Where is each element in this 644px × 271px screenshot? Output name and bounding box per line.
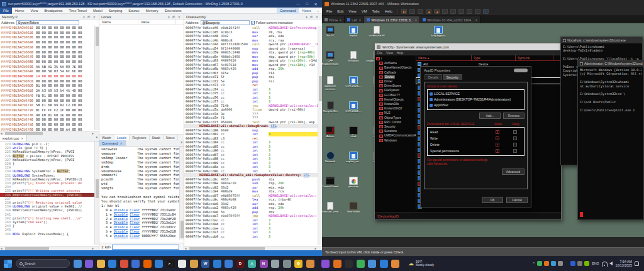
terminal-icon[interactable]: >_ (167, 260, 175, 268)
tab-stack[interactable]: Stack (150, 135, 164, 140)
vmware-menu-help[interactable]: Help (383, 9, 394, 13)
disasm-vscrollbar[interactable] (318, 26, 322, 245)
panel-caret-icon[interactable]: ▾ (96, 135, 99, 141)
wifi-icon[interactable] (601, 262, 607, 266)
desktop-icon-this-pc[interactable]: This PC (322, 26, 341, 38)
appid-properties-dialog[interactable]: AppID Properties DetailsSecurity Group o… (420, 66, 531, 207)
memory-address-input[interactable] (16, 20, 79, 25)
language-indicator[interactable]: ENG (592, 262, 599, 265)
allow-checkbox[interactable] (496, 130, 499, 134)
dialog-titlebar[interactable]: AppID Properties (421, 67, 531, 74)
close-button[interactable]: ✕ (311, 2, 320, 6)
desktop-icon-cff-explorersuite[interactable]: CFF ExplorerSuite (322, 51, 341, 66)
tab-notes[interactable]: Notes (164, 135, 178, 140)
tray-green-icon[interactable] (537, 261, 542, 266)
desktop-icon-applocker-services[interactable]: applocker services (322, 76, 341, 91)
group-entry[interactable]: Administrators (DESKTOP-7M2S1R4\Administ… (428, 97, 524, 102)
desktop-icon-procexp[interactable]: procexp (343, 177, 364, 189)
locals-column-name[interactable]: Name (99, 19, 138, 25)
ribbon-tab-extensions[interactable]: Extensions (162, 8, 185, 14)
desktop-icon-new-folder[interactable]: New folder (343, 202, 364, 214)
thumbnail-bar-toggle-button[interactable] (458, 9, 464, 14)
library-toggle-button[interactable] (450, 9, 456, 14)
tree-item-sessions[interactable]: Sessions (375, 129, 416, 133)
desktop-icon-admin[interactable]: Admin (322, 126, 341, 138)
tree-item-device[interactable]: Device (375, 75, 416, 79)
terminal-titlebar[interactable]: Administrator: C:\Windows\system32\cmd.e… (578, 60, 643, 67)
desktop-icon-network[interactable]: Network (322, 152, 341, 163)
disable-link[interactable]: Disable (114, 221, 128, 224)
tree-item-kernelobjects[interactable]: KernelObjects (375, 97, 416, 102)
snip-icon[interactable] (190, 260, 198, 268)
windbg-titlebar[interactable]: net:port=50000,key=*****,target=192.168.… (0, 0, 322, 8)
tab-command[interactable]: Command ✕ (99, 140, 126, 146)
desktop-icon-windows[interactable]: Windows (343, 51, 364, 63)
desktop-icon-exploit-no-[interactable]: exploit_no... (343, 152, 364, 163)
calculator-icon[interactable] (368, 260, 376, 268)
panel-float-icon[interactable]: 🗗 (86, 15, 92, 19)
ribbon-tab-file[interactable]: File (0, 8, 12, 14)
vmware-menu-file[interactable]: File (325, 9, 334, 13)
tree-item-global[interactable]: GLOBAL?? (375, 93, 416, 97)
clear-link[interactable]: Clear (130, 213, 140, 216)
tree-item-basenamedobjects[interactable]: BaseNamedObjects (375, 65, 416, 70)
close-tab-icon[interactable]: ✕ (414, 18, 417, 22)
tab-watch[interactable]: Watch (99, 135, 114, 140)
winobj-menu-help[interactable]: Help (397, 51, 403, 55)
breakpoint-gutter[interactable] (0, 232, 4, 236)
tray-chevron-icon[interactable]: ^ (533, 262, 535, 265)
panel-float-icon[interactable]: 🗗 (309, 15, 314, 19)
snapshot-revert-button[interactable] (434, 9, 440, 14)
minimize-button[interactable]: — (294, 2, 303, 6)
tree-item-callback[interactable]: Callback (375, 70, 416, 75)
deny-checkbox[interactable] (513, 143, 517, 147)
close-tab-icon[interactable]: ✕ (475, 18, 477, 22)
unity-button[interactable] (475, 9, 480, 14)
allow-checkbox[interactable] (496, 149, 499, 153)
snapshot-manager-button[interactable] (442, 9, 448, 14)
clear-link[interactable]: Clear (130, 225, 140, 229)
send-ctrl-alt-del-button[interactable] (418, 9, 423, 14)
tray-monitor-icon[interactable] (577, 261, 582, 266)
tab-registers[interactable]: Registers (130, 135, 149, 140)
panel-caret-icon[interactable]: ▾ (180, 140, 184, 146)
ribbon-tab-time-travel[interactable]: Time Travel (65, 8, 90, 14)
ribbon-collapse-icon[interactable]: ⌄ (314, 9, 322, 13)
ribbon-tab-home[interactable]: Home (12, 8, 28, 14)
ribbon-tab-breakpoints[interactable]: Breakpoints (41, 8, 65, 14)
disasm-address-input[interactable] (201, 20, 250, 25)
exploit-terminal-window[interactable]: Administrator: C:\Windows\system32\cmd.e… (577, 60, 644, 220)
tray-orange-icon[interactable] (544, 261, 549, 266)
tree-item-driver[interactable]: Driver (375, 79, 416, 84)
disable-link[interactable]: Disable (114, 213, 128, 216)
notification-bell-icon[interactable] (635, 261, 639, 266)
disable-link[interactable]: Disable (114, 225, 128, 229)
close-tab-icon[interactable]: ✕ (21, 136, 23, 140)
notepad-icon[interactable] (178, 260, 186, 268)
ribbon-tab-notes[interactable]: Notes (299, 8, 314, 14)
deny-checkbox[interactable] (513, 130, 517, 134)
firefox-icon[interactable] (143, 260, 152, 268)
panel-close-icon[interactable]: ✕ (92, 15, 97, 19)
start-button[interactable] (4, 260, 12, 268)
follow-current-checkbox[interactable]: ✓ (251, 21, 255, 25)
weather-widget[interactable]: ☁ 56°F Mostly cloudy (408, 260, 434, 267)
tree-item-filesystem[interactable]: FileSystem (375, 88, 416, 92)
vm-tab-windows-10-x64-v22h2-1904-[interactable]: Windows 10 x64_v22h2 1904...✕ (420, 16, 480, 23)
vmware-menu-tabs[interactable]: Tabs (370, 9, 382, 13)
command-input[interactable] (112, 245, 179, 250)
davinci-icon[interactable]: D (236, 260, 245, 268)
chat-icon[interactable] (85, 260, 93, 268)
vmware-titlebar[interactable]: Windows 11 23h2 22631.3007 x64 - VMware … (322, 0, 644, 8)
settings-gear-icon[interactable]: ⚙ (294, 260, 303, 268)
cfg-link[interactable]: CFG (304, 173, 309, 177)
tray-blue-icon[interactable] (551, 261, 556, 266)
panel-close-icon[interactable]: ✕ (177, 15, 182, 19)
tab-locals[interactable]: Locals (114, 135, 130, 140)
green-app-icon[interactable] (357, 260, 365, 268)
word-icon[interactable]: W (201, 260, 209, 268)
disable-link[interactable]: Disable (114, 234, 128, 238)
vm-guest-screen[interactable]: This PCCFF ExplorerSuiteapplocker servic… (322, 23, 644, 237)
vm-tab-home[interactable]: Home✕ (322, 16, 345, 23)
stack-icon[interactable] (271, 260, 279, 268)
